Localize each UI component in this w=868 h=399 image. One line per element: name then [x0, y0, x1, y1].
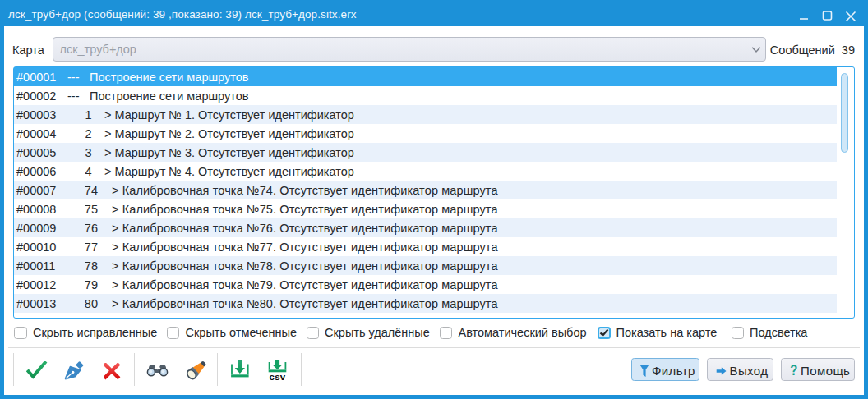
- svg-text:csv: csv: [269, 372, 285, 381]
